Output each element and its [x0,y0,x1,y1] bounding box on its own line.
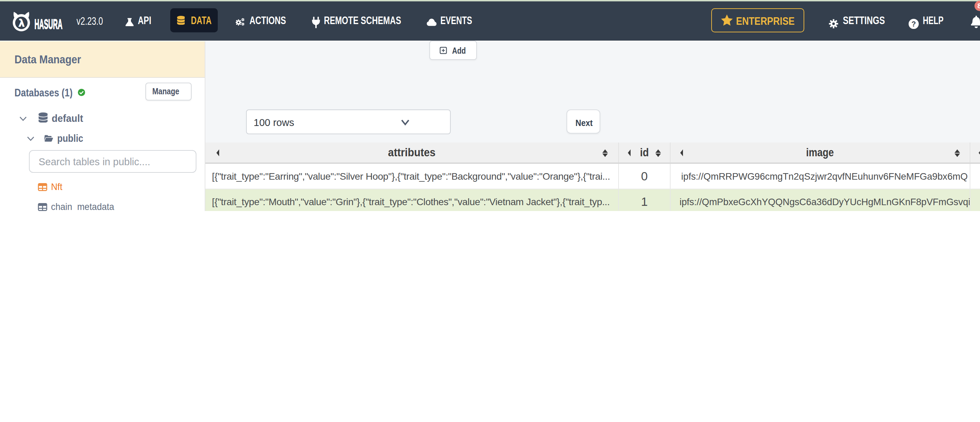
svg-text:λ: λ [18,17,24,29]
svg-text:?: ? [912,20,916,28]
